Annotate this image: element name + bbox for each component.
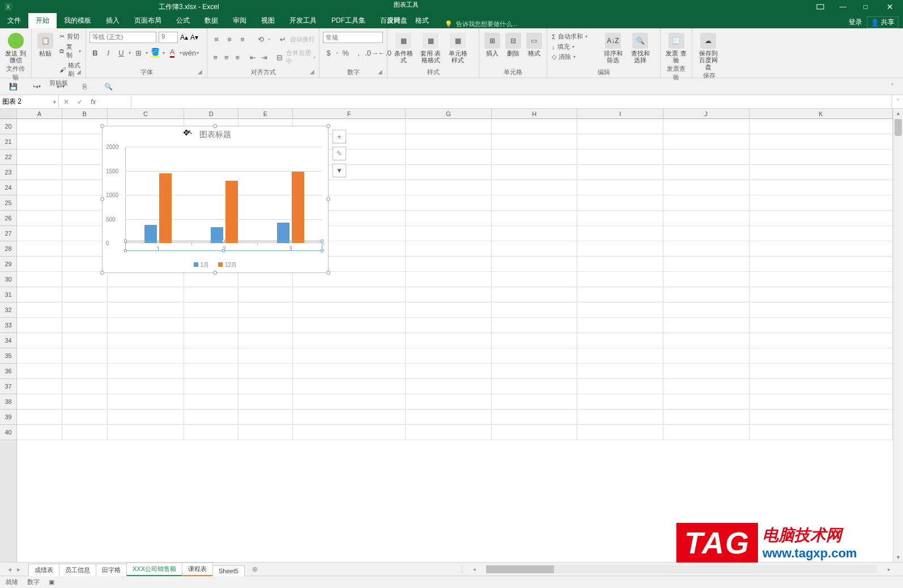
align-right-icon[interactable]: ≡ [233,52,242,63]
cell[interactable] [749,364,893,379]
font-launcher-icon[interactable]: ◢ [198,69,206,76]
row-header-37[interactable]: 37 [0,379,16,394]
tab-格式[interactable]: 格式 [408,13,436,28]
cell[interactable] [17,302,62,318]
paste-button[interactable]: 📋粘贴 [35,32,56,58]
cell[interactable] [238,333,293,348]
cell[interactable] [749,272,893,287]
cell[interactable] [184,410,238,425]
align-middle-icon[interactable]: ≡ [224,33,235,45]
cell[interactable] [17,180,62,195]
cell[interactable] [749,425,893,440]
cell-styles-button[interactable]: ▦单元格样式 [445,32,470,65]
cell[interactable] [492,302,578,318]
bar-12月-3[interactable] [292,172,304,243]
wrap-text-button[interactable]: ↵ [277,33,288,45]
sheet-tab-XXX公司销售额[interactable]: XXX公司销售额 [126,563,182,576]
scroll-left-icon[interactable]: ◂ [470,566,478,572]
tab-开发工具[interactable]: 开发工具 [282,13,324,28]
row-header-21[interactable]: 21 [0,134,16,150]
cell[interactable] [749,287,893,302]
select-all-corner[interactable] [0,109,16,119]
cell[interactable] [663,364,749,379]
cell[interactable] [577,226,663,241]
tab-我的模板[interactable]: 我的模板 [57,13,99,28]
cell[interactable] [663,150,749,165]
cell[interactable] [492,287,578,302]
cell[interactable] [749,348,893,364]
align-bottom-icon[interactable]: ≡ [237,33,248,45]
col-header-B[interactable]: B [62,109,108,118]
cell[interactable] [293,410,406,425]
legend-item-12月[interactable]: 12月 [218,261,237,269]
row-header-27[interactable]: 27 [0,226,16,241]
tab-开始[interactable]: 开始 [28,13,57,28]
cell[interactable] [406,333,492,348]
cell[interactable] [749,134,893,150]
cell[interactable] [293,364,406,379]
increase-decimal-icon[interactable]: .0→ [366,47,377,58]
login-link[interactable]: 登录 [849,18,862,27]
align-top-icon[interactable]: ≡ [211,33,222,45]
cell[interactable] [577,410,663,425]
cell[interactable] [62,165,108,180]
row-header-38[interactable]: 38 [0,394,16,410]
cell[interactable] [293,287,406,302]
resize-handle-w[interactable] [100,197,104,201]
cell[interactable] [577,241,663,257]
cell[interactable] [406,150,492,165]
fill-color-button[interactable]: 🪣 [150,47,161,58]
chart-title[interactable]: 图表标题 [103,126,328,143]
cell[interactable] [663,333,749,348]
cell[interactable] [108,272,185,287]
cell[interactable] [663,180,749,195]
cell[interactable] [492,165,578,180]
cell[interactable] [108,394,185,410]
font-family-selector[interactable]: 等线 (正文) [90,32,156,43]
cell[interactable] [62,287,108,302]
cell[interactable] [663,287,749,302]
chart-plot-area[interactable]: 0500100015002000123 [125,147,322,243]
chart-legend[interactable]: 1月12月 [103,261,328,269]
cell[interactable] [577,318,663,333]
cell[interactable] [293,425,406,440]
underline-button[interactable]: U [116,47,127,58]
cell[interactable] [663,119,749,134]
category-axis-selection[interactable] [125,241,322,251]
cell[interactable] [238,379,293,394]
cell[interactable] [293,272,406,287]
cell[interactable] [749,318,893,333]
cell[interactable] [62,241,108,257]
cell[interactable] [238,348,293,364]
cell[interactable] [17,425,62,440]
cell[interactable] [406,425,492,440]
chart-elements-button[interactable]: ＋ [333,130,346,143]
cell[interactable] [492,410,578,425]
format-as-table-button[interactable]: ▦套用 表格格式 [418,32,443,65]
cell[interactable] [749,165,893,180]
percent-icon[interactable]: % [340,47,351,58]
cell[interactable] [406,195,492,211]
cell[interactable] [238,425,293,440]
row-header-25[interactable]: 25 [0,195,16,211]
clipboard-launcher-icon[interactable]: ◢ [76,69,84,76]
enter-formula-icon[interactable]: ✓ [77,98,83,106]
cell[interactable] [62,150,108,165]
cell[interactable] [238,318,293,333]
align-center-icon[interactable]: ≡ [222,52,231,63]
print-preview-button[interactable]: 🔍 [103,82,113,92]
cell[interactable] [749,241,893,257]
cell[interactable] [663,302,749,318]
resize-handle-ne[interactable] [326,124,330,128]
cell[interactable] [108,410,185,425]
orientation-icon[interactable]: ⟲ [255,33,266,45]
cell[interactable] [238,410,293,425]
row-header-22[interactable]: 22 [0,150,16,165]
sheet-tab-员工信息[interactable]: 员工信息 [59,564,96,576]
cell[interactable] [406,394,492,410]
decrease-font-icon[interactable]: A▾ [190,33,198,41]
col-header-A[interactable]: A [17,109,62,118]
row-header-23[interactable]: 23 [0,165,16,180]
cell[interactable] [17,410,62,425]
bar-12月-1[interactable] [159,173,172,243]
